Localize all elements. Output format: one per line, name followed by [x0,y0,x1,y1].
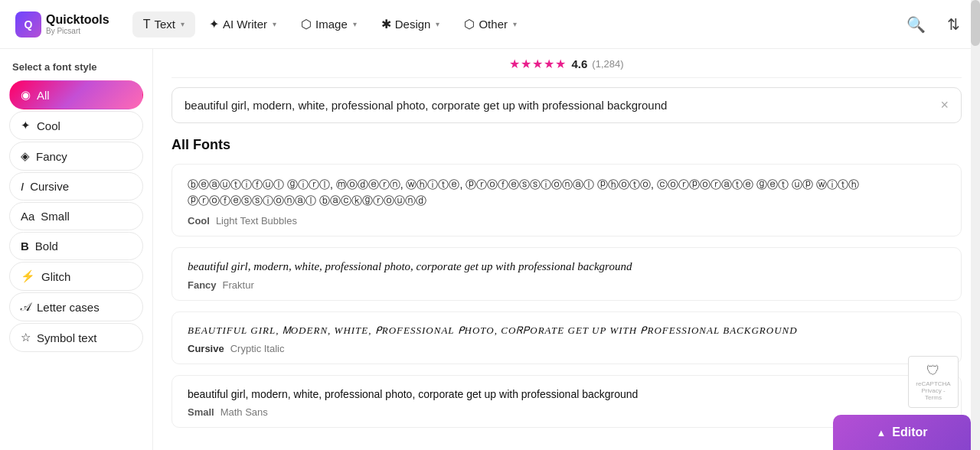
small-icon: Aa [21,210,34,223]
sidebar-label-letter-cases: Letter cases [37,301,100,314]
text-icon: T [143,18,151,31]
search-bar: × [172,87,962,123]
glitch-icon: ⚡ [21,269,35,283]
sidebar-label-cursive: Cursive [30,180,69,193]
image-icon: ⬡ [301,17,312,31]
sidebar-item-small[interactable]: Aa Small [9,202,143,230]
font-cat-fancy: Fancy [188,279,217,291]
recaptcha-badge: 🛡 reCAPTCHAPrivacy - Terms [908,356,959,408]
sidebar-item-letter-cases[interactable]: 𝒜 Letter cases [9,292,143,321]
sidebar-label-fancy: Fancy [36,150,67,163]
design-icon: ✱ [381,17,391,31]
nav-image-label: Image [315,18,348,31]
rating-count: (1,284) [592,58,623,70]
sidebar-label-symbol-text: Symbol text [37,331,96,344]
other-chevron-icon: ▾ [513,20,517,28]
nav-other-label: Other [479,18,508,31]
font-preview-cryptic: BEAUTIFUL GIRL, ᎷODERN, WHITE, ᑭROFESSIO… [188,324,946,337]
image-chevron-icon: ▾ [353,20,357,28]
font-card-bubbles: ⓑⓔⓐⓤⓣⓘⓕⓤⓛ ⓖⓘⓡⓛ, ⓜⓞⓓⓔⓡⓝ, ⓦⓗⓘⓣⓔ, ⓟⓡⓞⓕⓔⓢⓢⓘⓞ… [172,164,962,236]
font-preview-bubbles: ⓑⓔⓐⓤⓣⓘⓕⓤⓛ ⓖⓘⓡⓛ, ⓜⓞⓓⓔⓡⓝ, ⓦⓗⓘⓣⓔ, ⓟⓡⓞⓕⓔⓢⓢⓘⓞ… [188,177,946,209]
nav-item-design[interactable]: ✱ Design ▾ [371,11,451,38]
font-name-cryptic: Cryptic Italic [230,343,285,354]
scrollbar[interactable] [971,0,980,450]
font-name-mathsans: Math Sans [220,406,268,418]
logo[interactable]: Q Quicktools By Picsart [15,11,109,38]
main-nav: T Text ▾ ✦ AI Writer ▾ ⬡ Image ▾ ✱ Desig… [132,11,902,38]
sidebar-item-glitch[interactable]: ⚡ Glitch [9,262,143,291]
ai-writer-icon: ✦ [209,17,219,31]
font-name-fraktur: Fraktur [223,279,254,291]
ai-writer-chevron-icon: ▾ [273,20,276,28]
search-button[interactable]: 🔍 [902,11,930,38]
sidebar-label-all: All [37,89,50,102]
cursive-icon: I [21,180,24,193]
other-icon: ⬡ [464,17,475,31]
search-clear-button[interactable]: × [940,97,949,113]
sidebar-item-bold[interactable]: B Bold [9,232,143,260]
font-cat-small: Small [188,406,214,418]
font-card-fraktur: beautiful girl, modern, white, professio… [172,247,962,301]
sidebar-label-small: Small [41,210,70,223]
logo-icon: Q [15,11,41,38]
sidebar-item-fancy[interactable]: ◈ Fancy [9,142,143,171]
font-tags-fraktur: Fancy Fraktur [188,279,946,291]
text-chevron-icon: ▾ [181,20,185,28]
editor-chevron-icon: ▲ [876,427,886,439]
rating-bar: ★★★★★ 4.6 (1,284) [172,49,962,78]
header: Q Quicktools By Picsart T Text ▾ ✦ AI Wr… [0,0,980,49]
rating-stars: ★★★★★ [509,57,567,71]
letter-cases-icon: 𝒜 [21,300,31,314]
font-name-bubbles: Light Text Bubbles [216,215,297,227]
sidebar-title: Select a font style [9,61,143,73]
all-icon: ◉ [21,88,31,102]
sidebar-item-symbol-text[interactable]: ☆ Symbol text [9,323,143,352]
fancy-icon: ◈ [21,149,30,163]
nav-item-other[interactable]: ⬡ Other ▾ [453,11,528,38]
sidebar-label-cool: Cool [37,119,60,132]
content-area: Select a font style ◉ All ✦ Cool ◈ Fancy… [0,49,980,450]
font-tags-bubbles: Cool Light Text Bubbles [188,215,946,227]
font-cat-cursive: Cursive [188,343,224,354]
nav-design-label: Design [395,18,431,31]
cool-icon: ✦ [21,119,31,132]
recaptcha-text: reCAPTCHAPrivacy - Terms [915,380,952,401]
recaptcha-logo: 🛡 [915,363,952,379]
nav-item-text[interactable]: T Text ▾ [132,11,195,38]
share-button[interactable]: ⇅ [942,11,965,38]
font-preview-mathsans: beautiful girl, modern, white, professio… [188,388,946,400]
nav-ai-writer-label: AI Writer [223,18,267,31]
search-input[interactable] [185,99,933,112]
font-tags-cryptic: Cursive Cryptic Italic [188,343,946,354]
symbol-text-icon: ☆ [21,331,31,344]
main-content: ★★★★★ 4.6 (1,284) × All Fonts ⓑⓔⓐⓤⓣⓘⓕⓤⓛ … [153,49,980,450]
font-card-cryptic: BEAUTIFUL GIRL, ᎷODERN, WHITE, ᑭROFESSIO… [172,311,962,364]
font-preview-fraktur: beautiful girl, modern, white, professio… [188,260,946,273]
sidebar: Select a font style ◉ All ✦ Cool ◈ Fancy… [0,49,153,450]
nav-text-label: Text [154,18,175,31]
sidebar-label-glitch: Glitch [41,270,70,283]
editor-button-label: Editor [892,426,927,439]
font-cat-cool: Cool [188,215,210,227]
section-title: All Fonts [172,137,962,153]
scrollbar-thumb[interactable] [971,0,980,46]
sidebar-item-cursive[interactable]: I Cursive [9,172,143,201]
header-actions: 🔍 ⇅ [902,11,965,38]
sidebar-item-cool[interactable]: ✦ Cool [9,111,143,140]
logo-main-text: Quicktools [46,13,109,27]
sidebar-label-bold: Bold [35,240,58,253]
nav-item-ai-writer[interactable]: ✦ AI Writer ▾ [198,11,287,38]
rating-value: 4.6 [571,57,587,70]
font-tags-mathsans: Small Math Sans [188,406,946,418]
bold-icon: B [21,240,29,253]
nav-item-image[interactable]: ⬡ Image ▾ [290,11,368,38]
sidebar-item-all[interactable]: ◉ All [9,80,143,109]
design-chevron-icon: ▾ [436,20,439,28]
editor-button[interactable]: ▲ Editor [833,415,971,450]
logo-sub-text: By Picsart [46,27,109,35]
